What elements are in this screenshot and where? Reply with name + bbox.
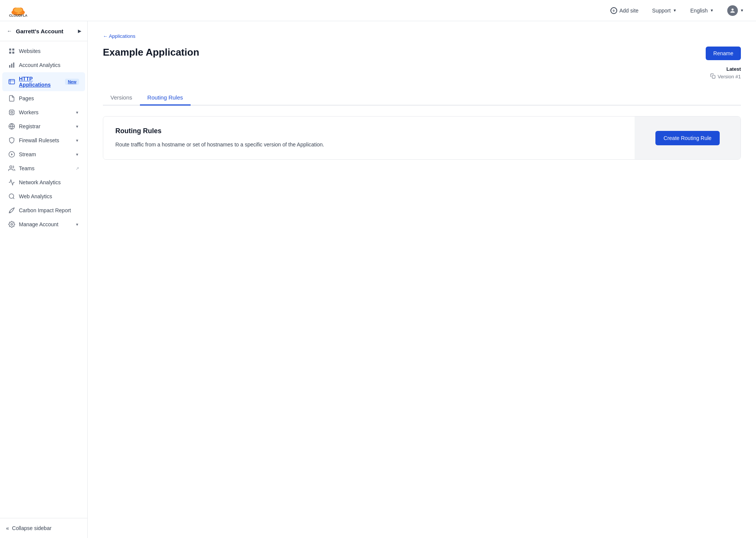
file-icon <box>8 95 15 102</box>
sidebar-item-firewall-rulesets[interactable]: Firewall Rulesets ▼ <box>2 134 85 147</box>
gear-icon <box>8 221 15 228</box>
language-button[interactable]: English ▼ <box>687 6 717 15</box>
sidebar-account: ← Garrett's Account ▶ <box>0 21 87 41</box>
sidebar-item-websites[interactable]: Websites <box>2 44 85 58</box>
globe-icon <box>8 78 15 85</box>
svg-rect-6 <box>9 48 11 50</box>
sidebar-item-carbon-impact[interactable]: Carbon Impact Report <box>2 204 85 217</box>
routing-info: Routing Rules Route traffic from a hostn… <box>103 117 635 159</box>
main-content: ← Applications Example Application Renam… <box>88 21 756 538</box>
sidebar-item-web-analytics[interactable]: Web Analytics <box>2 190 85 203</box>
routing-rules-title: Routing Rules <box>115 127 622 135</box>
rename-button[interactable]: Rename <box>706 47 741 60</box>
sidebar-item-teams[interactable]: Teams ↗ <box>2 162 85 175</box>
logo: CLOUDFLARE <box>9 5 27 17</box>
sidebar-footer: « Collapse sidebar <box>0 518 87 538</box>
account-back-button[interactable]: ← <box>6 27 13 35</box>
firewall-chevron-icon: ▼ <box>75 138 79 143</box>
network-icon <box>8 179 15 186</box>
breadcrumb-label: ← Applications <box>103 33 135 39</box>
tabs: Versions Routing Rules <box>103 90 741 106</box>
registrar-chevron-icon: ▼ <box>75 124 79 129</box>
sidebar-item-label: Web Analytics <box>19 193 52 199</box>
sidebar-item-label: HTTP Applications <box>19 76 59 88</box>
user-chevron-icon: ▼ <box>740 8 744 12</box>
leaf-icon <box>8 207 15 214</box>
bar-chart-icon <box>8 62 15 68</box>
svg-rect-22 <box>712 75 715 78</box>
version-info: Latest Version #1 <box>710 66 741 80</box>
globe2-icon <box>8 123 15 130</box>
svg-rect-7 <box>12 48 14 50</box>
sidebar-item-label: Firewall Rulesets <box>19 137 59 143</box>
svg-point-19 <box>10 166 12 168</box>
sidebar-item-label: Registrar <box>19 123 40 129</box>
svg-rect-12 <box>13 62 14 68</box>
tab-versions[interactable]: Versions <box>103 90 140 106</box>
svg-rect-11 <box>11 64 12 68</box>
sidebar-item-label: Stream <box>19 151 36 157</box>
svg-point-21 <box>11 224 13 225</box>
sidebar-item-label: Teams <box>19 165 34 171</box>
sidebar-item-workers[interactable]: Workers ▼ <box>2 106 85 119</box>
plus-circle-icon: + <box>610 7 617 14</box>
svg-rect-14 <box>9 110 14 115</box>
support-button[interactable]: Support ▼ <box>649 6 680 15</box>
tab-routing-rules[interactable]: Routing Rules <box>140 90 191 106</box>
sidebar-item-label: Account Analytics <box>19 62 61 68</box>
cpu-icon <box>8 109 15 116</box>
sidebar-nav: Websites Account Analytics HTT <box>0 41 87 518</box>
topnav: CLOUDFLARE + Add site Support ▼ English … <box>0 0 756 21</box>
layout: ← Garrett's Account ▶ Websites <box>0 21 756 538</box>
sidebar-item-manage-account[interactable]: Manage Account ▼ <box>2 218 85 231</box>
account-expand-button[interactable]: ▶ <box>78 28 81 34</box>
external-link-icon: ↗ <box>76 166 79 171</box>
sidebar-item-registrar[interactable]: Registrar ▼ <box>2 120 85 133</box>
support-chevron-icon: ▼ <box>673 8 677 12</box>
version-label: Version #1 <box>718 74 741 79</box>
create-routing-rule-button[interactable]: Create Routing Rule <box>655 131 720 145</box>
stream-chevron-icon: ▼ <box>75 152 79 157</box>
collapse-icon: « <box>6 525 9 531</box>
svg-marker-18 <box>11 153 13 155</box>
routing-action: Create Routing Rule <box>635 117 740 159</box>
manage-account-chevron-icon: ▼ <box>75 222 79 227</box>
sidebar-item-label: Carbon Impact Report <box>19 207 71 213</box>
account-name: Garrett's Account <box>16 28 64 34</box>
sidebar: ← Garrett's Account ▶ Websites <box>0 21 88 538</box>
support-label: Support <box>652 8 671 14</box>
sidebar-item-pages[interactable]: Pages <box>2 92 85 105</box>
routing-rules-description: Route traffic from a hostname or set of … <box>115 140 622 149</box>
sidebar-item-network-analytics[interactable]: Network Analytics <box>2 176 85 189</box>
sidebar-item-label: Pages <box>19 95 34 101</box>
users-icon <box>8 165 15 172</box>
svg-point-20 <box>9 194 14 198</box>
sidebar-item-http-applications[interactable]: HTTP Applications New <box>2 72 85 91</box>
topnav-right: + Add site Support ▼ English ▼ ▼ <box>607 4 747 17</box>
routing-section: Routing Rules Route traffic from a hostn… <box>103 116 741 160</box>
collapse-label: Collapse sidebar <box>12 525 51 531</box>
language-label: English <box>690 8 708 14</box>
svg-rect-13 <box>9 79 15 84</box>
breadcrumb[interactable]: ← Applications <box>103 33 741 39</box>
user-menu-button[interactable]: ▼ <box>724 4 747 17</box>
sidebar-item-label: Manage Account <box>19 221 58 227</box>
add-site-button[interactable]: + Add site <box>607 6 642 16</box>
user-avatar-icon <box>727 5 738 16</box>
copy-icon <box>710 73 716 80</box>
svg-point-4 <box>14 8 22 12</box>
sidebar-item-account-analytics[interactable]: Account Analytics <box>2 58 85 72</box>
collapse-sidebar-button[interactable]: « Collapse sidebar <box>6 523 51 533</box>
shield-icon <box>8 137 15 144</box>
page-header: Example Application Rename Latest Versio… <box>103 47 741 80</box>
page-title: Example Application <box>103 47 199 58</box>
play-icon <box>8 151 15 158</box>
svg-text:CLOUDFLARE: CLOUDFLARE <box>9 14 27 17</box>
latest-label: Latest <box>710 66 741 72</box>
svg-rect-8 <box>9 52 11 54</box>
sidebar-item-stream[interactable]: Stream ▼ <box>2 148 85 161</box>
add-site-label: Add site <box>619 8 639 14</box>
grid-icon <box>8 48 15 54</box>
svg-rect-10 <box>9 65 10 68</box>
sidebar-item-label: Websites <box>19 48 40 54</box>
